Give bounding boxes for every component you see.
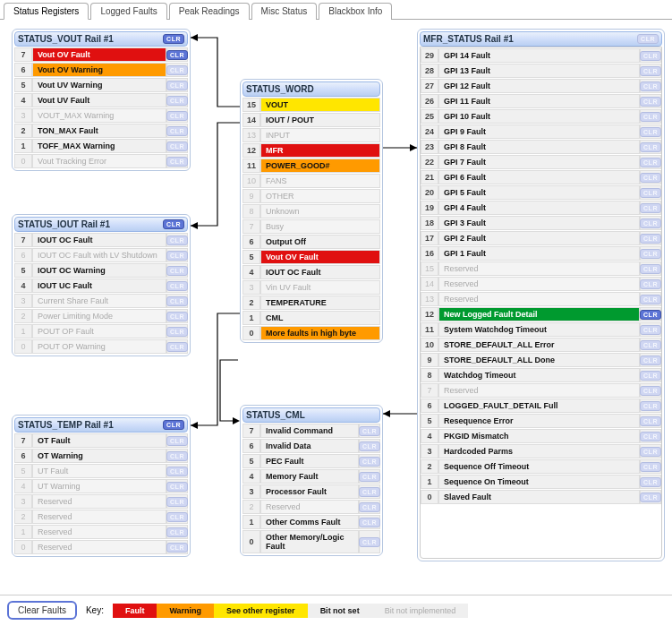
clr-button[interactable]: CLR	[640, 97, 661, 107]
clr-button[interactable]: CLR	[637, 34, 659, 44]
clr-button[interactable]: CLR	[166, 50, 188, 60]
clr-button[interactable]: CLR	[640, 234, 661, 244]
tab-misc-status[interactable]: Misc Status	[251, 3, 318, 20]
clr-button[interactable]: CLR	[640, 66, 661, 76]
clr-button[interactable]: CLR	[166, 527, 188, 537]
bit-row: 0Other Memory/Logic FaultCLR	[242, 530, 380, 553]
clr-button[interactable]: CLR	[359, 518, 380, 527]
legend-swatch: Bit not set	[308, 604, 372, 618]
tab-peak-readings[interactable]: Peak Readings	[169, 3, 250, 20]
bit-number: 6	[14, 63, 32, 77]
clr-button[interactable]: CLR	[166, 281, 188, 291]
clr-button[interactable]: CLR	[640, 493, 661, 502]
clr-button[interactable]: CLR	[640, 371, 661, 381]
clr-button[interactable]: CLR	[166, 96, 188, 106]
clr-button[interactable]: CLR	[166, 81, 188, 90]
clr-button[interactable]: CLR	[359, 537, 380, 547]
bit-label: GPI 12 Fault	[438, 79, 640, 93]
clr-button[interactable]: CLR	[166, 111, 188, 121]
clr-button[interactable]: CLR	[166, 296, 188, 306]
clr-button[interactable]: CLR	[640, 112, 661, 122]
bit-clr-cell: CLR	[166, 108, 188, 123]
clr-button[interactable]: CLR	[640, 81, 661, 91]
tab-logged-faults[interactable]: Logged Faults	[90, 3, 166, 20]
clr-button[interactable]: CLR	[163, 219, 184, 229]
bit-clr-cell: CLR	[640, 322, 661, 337]
clr-button[interactable]: CLR	[640, 173, 661, 183]
clr-button[interactable]: CLR	[163, 420, 184, 430]
clr-button[interactable]: CLR	[163, 34, 184, 44]
clr-button[interactable]: CLR	[166, 141, 188, 151]
tab-status-registers[interactable]: Status Registers	[4, 3, 89, 20]
bit-row: 5Vout OV Fault	[242, 250, 380, 264]
clr-button[interactable]: CLR	[640, 127, 661, 137]
clr-button[interactable]: CLR	[640, 401, 661, 411]
clr-button[interactable]: CLR	[166, 236, 188, 245]
clr-button[interactable]: CLR	[359, 426, 380, 436]
clr-button[interactable]: CLR	[640, 477, 661, 487]
bit-label: Reserved	[32, 494, 166, 509]
clr-button[interactable]: CLR	[166, 126, 188, 136]
bit-number: 6	[14, 449, 32, 463]
clear-faults-button[interactable]: Clear Faults	[7, 601, 77, 620]
clr-button[interactable]: CLR	[166, 266, 188, 276]
clr-button[interactable]: CLR	[359, 487, 380, 497]
clr-button[interactable]: CLR	[640, 264, 661, 274]
clr-button[interactable]: CLR	[640, 218, 661, 228]
clr-button[interactable]: CLR	[640, 188, 661, 198]
bit-clr-cell: CLR	[359, 424, 380, 438]
clr-button[interactable]: CLR	[166, 467, 188, 476]
clr-button[interactable]: CLR	[640, 249, 661, 259]
clr-button[interactable]: CLR	[166, 251, 188, 261]
bit-label: Vout Tracking Error	[32, 154, 166, 168]
clr-button[interactable]: CLR	[640, 295, 661, 304]
clr-button[interactable]: CLR	[640, 325, 661, 335]
bit-row: 0POUT OP WarningCLR	[14, 339, 188, 354]
bit-label: UT Warning	[32, 479, 166, 493]
clr-button[interactable]: CLR	[166, 512, 188, 522]
clr-button[interactable]: CLR	[640, 158, 661, 167]
bit-row: 4IOUT UC FaultCLR	[14, 278, 188, 293]
clr-button[interactable]: CLR	[359, 472, 380, 482]
clr-button[interactable]: CLR	[640, 447, 661, 457]
bit-row: 12MFR	[242, 143, 380, 158]
clr-button[interactable]: CLR	[359, 502, 380, 512]
bit-label: Unknown	[260, 204, 380, 218]
clr-button[interactable]: CLR	[640, 142, 661, 152]
bit-number: 8	[242, 204, 260, 218]
bit-clr-cell: CLR	[640, 307, 661, 321]
mfr-scroll-region[interactable]: 29GPI 14 FaultCLR28GPI 13 FaultCLR27GPI …	[420, 47, 662, 559]
bit-number: 7	[14, 233, 32, 247]
clr-button[interactable]: CLR	[166, 312, 188, 321]
bit-number: 3	[14, 494, 32, 509]
tab-blackbox-info[interactable]: Blackbox Info	[319, 3, 392, 20]
clr-button[interactable]: CLR	[359, 441, 380, 451]
clr-button[interactable]: CLR	[640, 51, 661, 61]
bit-clr-cell: CLR	[640, 261, 661, 276]
clr-button[interactable]: CLR	[640, 386, 661, 396]
bit-label: OTHER	[260, 189, 380, 203]
clr-button[interactable]: CLR	[166, 342, 188, 352]
clr-button[interactable]: CLR	[640, 340, 661, 350]
clr-button[interactable]: CLR	[166, 157, 188, 167]
clr-button[interactable]: CLR	[640, 416, 661, 426]
clr-button[interactable]: CLR	[166, 482, 188, 492]
clr-button[interactable]: CLR	[640, 432, 661, 441]
bit-row: 0ReservedCLR	[14, 540, 188, 554]
clr-button[interactable]: CLR	[166, 436, 188, 446]
clr-button[interactable]: CLR	[640, 356, 661, 365]
clr-button[interactable]: CLR	[166, 497, 188, 507]
clr-button[interactable]: CLR	[359, 457, 380, 467]
bit-clr-cell: CLR	[359, 439, 380, 453]
bit-label: Vout OV Warning	[32, 63, 166, 77]
clr-button[interactable]: CLR	[640, 279, 661, 289]
clr-button[interactable]: CLR	[640, 462, 661, 472]
clr-button[interactable]: CLR	[166, 327, 188, 337]
clr-button[interactable]: CLR	[640, 203, 661, 213]
clr-button[interactable]: CLR	[640, 310, 661, 320]
clr-button[interactable]: CLR	[166, 65, 188, 75]
clr-button[interactable]: CLR	[166, 451, 188, 461]
clr-button[interactable]: CLR	[166, 543, 188, 553]
arrow-temp-to-word	[191, 313, 240, 432]
bit-number: 20	[421, 185, 438, 200]
